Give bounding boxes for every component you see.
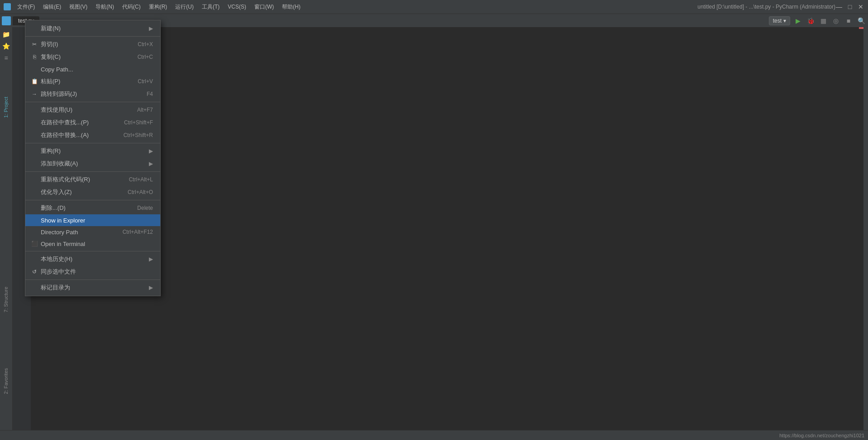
ctx-reformat-shortcut: Ctrl+Alt+L bbox=[129, 176, 153, 183]
status-url: https://blog.csdn.net/zouchengzhi1021 bbox=[779, 433, 864, 438]
ctx-optimize-label: 优化导入(Z) bbox=[41, 188, 72, 196]
ctx-sep-6 bbox=[25, 251, 160, 251]
ctx-delete-icon bbox=[31, 204, 38, 212]
ctx-find-usages-shortcut: Alt+F7 bbox=[137, 107, 153, 113]
menu-refactor[interactable]: 重构(R) bbox=[145, 2, 171, 12]
sidebar-favorites-icon[interactable]: ⭐ bbox=[1, 41, 12, 52]
ctx-new-icon bbox=[31, 25, 38, 32]
ctx-replace-path-shortcut: Ctrl+Shift+R bbox=[124, 132, 153, 138]
run-configuration[interactable]: test ▾ bbox=[769, 16, 790, 25]
ctx-paste-shortcut: Ctrl+V bbox=[138, 78, 153, 85]
ctx-dir-path-shortcut: Ctrl+Alt+F12 bbox=[123, 229, 153, 235]
ctx-open-terminal[interactable]: ⬛ Open in Terminal bbox=[25, 238, 160, 250]
ctx-cut-icon: ✂ bbox=[31, 41, 38, 48]
ctx-find-usages[interactable]: 查找使用(U) Alt+F7 bbox=[25, 104, 160, 116]
ctx-reformat-icon bbox=[31, 176, 38, 183]
ctx-find-in-path[interactable]: 在路径中查找...(P) Ctrl+Shift+F bbox=[25, 116, 160, 129]
ctx-sep-1 bbox=[25, 36, 160, 37]
ctx-history-icon bbox=[31, 255, 38, 263]
ctx-reformat-label: 重新格式化代码(R) bbox=[41, 175, 90, 184]
menu-bar: 文件(F) 编辑(E) 视图(V) 导航(N) 代码(C) 重构(R) 运行(U… bbox=[14, 2, 697, 12]
sidebar-label-structure[interactable]: 7: Structure bbox=[3, 287, 9, 312]
ctx-show-in-explorer[interactable]: Show in Explorer bbox=[25, 214, 160, 226]
ctx-replace-path-icon bbox=[31, 132, 38, 139]
ctx-add-favorites[interactable]: 添加到收藏(A) ▶ bbox=[25, 157, 160, 170]
stop-button[interactable]: ■ bbox=[844, 16, 854, 26]
context-menu: 新建(N) ▶ ✂ 剪切(I) Ctrl+X ⎘ 复制(C) Ctrl+C Co… bbox=[25, 20, 161, 296]
ctx-find-path-label: 在路径中查找...(P) bbox=[41, 118, 89, 127]
menu-help[interactable]: 帮助(H) bbox=[278, 2, 304, 12]
ctx-replace-in-path[interactable]: 在路径中替换...(A) Ctrl+Shift+R bbox=[25, 129, 160, 142]
scrollbar[interactable] bbox=[863, 27, 868, 440]
ctx-mark-icon bbox=[31, 284, 38, 291]
sidebar-label-project[interactable]: 1: Project bbox=[3, 97, 9, 118]
ctx-explorer-label: Show in Explorer bbox=[41, 217, 85, 224]
sidebar-label-favorites[interactable]: 2: Favorites bbox=[3, 368, 9, 394]
window-controls: — □ ✕ bbox=[835, 3, 864, 10]
ctx-refactor[interactable]: 重构(R) ▶ bbox=[25, 145, 160, 157]
ctx-jump-source[interactable]: → 跳转到源码(J) F4 bbox=[25, 88, 160, 100]
ctx-favorites-label: 添加到收藏(A) bbox=[41, 160, 78, 168]
coverage-button[interactable]: ▦ bbox=[818, 16, 828, 26]
ctx-mark-label: 标记目录为 bbox=[41, 284, 70, 292]
ctx-history-label: 本地历史(H) bbox=[41, 255, 72, 263]
ctx-directory-path[interactable]: Directory Path Ctrl+Alt+F12 bbox=[25, 226, 160, 238]
ctx-jump-label: 跳转到源码(J) bbox=[41, 90, 77, 98]
ctx-paste[interactable]: 📋 粘贴(P) Ctrl+V bbox=[25, 75, 160, 88]
ctx-terminal-icon: ⬛ bbox=[31, 240, 38, 247]
ctx-mark-dir[interactable]: 标记目录为 ▶ bbox=[25, 281, 160, 294]
ctx-new-arrow: ▶ bbox=[149, 25, 153, 32]
title-bar: 文件(F) 编辑(E) 视图(V) 导航(N) 代码(C) 重构(R) 运行(U… bbox=[0, 0, 868, 14]
ctx-find-path-icon bbox=[31, 119, 38, 126]
ctx-local-history[interactable]: 本地历史(H) ▶ bbox=[25, 253, 160, 265]
ctx-find-usages-icon bbox=[31, 106, 38, 114]
menu-run[interactable]: 运行(U) bbox=[172, 2, 197, 12]
menu-navigate[interactable]: 导航(N) bbox=[92, 2, 118, 12]
menu-tools[interactable]: 工具(T) bbox=[198, 2, 223, 12]
debug-button[interactable]: 🐞 bbox=[806, 16, 816, 26]
profile-button[interactable]: ◎ bbox=[831, 16, 841, 26]
ctx-copy-path[interactable]: Copy Path... bbox=[25, 63, 160, 75]
run-button[interactable]: ▶ bbox=[793, 16, 803, 26]
ctx-delete[interactable]: 删除...(D) Delete bbox=[25, 202, 160, 214]
ctx-new[interactable]: 新建(N) ▶ bbox=[25, 22, 160, 35]
app-icon bbox=[4, 3, 11, 10]
ctx-optimize-shortcut: Ctrl+Alt+O bbox=[128, 189, 153, 195]
ctx-jump-icon: → bbox=[31, 90, 38, 98]
maximize-button[interactable]: □ bbox=[846, 3, 854, 10]
minimize-button[interactable]: — bbox=[835, 3, 843, 10]
ctx-refactor-label: 重构(R) bbox=[41, 147, 61, 155]
menu-code[interactable]: 代码(C) bbox=[119, 2, 144, 12]
close-button[interactable]: ✕ bbox=[857, 3, 864, 10]
ctx-sep-2 bbox=[25, 102, 160, 102]
menu-edit[interactable]: 编辑(E) bbox=[39, 2, 65, 12]
ctx-sep-5 bbox=[25, 200, 160, 200]
search-button[interactable]: 🔍 bbox=[856, 16, 866, 26]
ctx-sep-3 bbox=[25, 143, 160, 143]
ctx-dir-path-label: Directory Path bbox=[41, 229, 78, 236]
ctx-reformat[interactable]: 重新格式化代码(R) Ctrl+Alt+L bbox=[25, 173, 160, 186]
ctx-explorer-icon bbox=[31, 217, 38, 224]
ctx-sync-label: 同步选中文件 bbox=[41, 268, 76, 276]
menu-window[interactable]: 窗口(W) bbox=[251, 2, 277, 12]
ctx-cut[interactable]: ✂ 剪切(I) Ctrl+X bbox=[25, 38, 160, 51]
ctx-copy-label: 复制(C) bbox=[41, 53, 61, 61]
ctx-copy[interactable]: ⎘ 复制(C) Ctrl+C bbox=[25, 51, 160, 63]
ctx-cut-shortcut: Ctrl+X bbox=[138, 41, 153, 47]
sidebar-project-icon[interactable]: 📁 bbox=[1, 29, 12, 40]
menu-file[interactable]: 文件(F) bbox=[14, 2, 38, 12]
ctx-optimize-imports[interactable]: 优化导入(Z) Ctrl+Alt+O bbox=[25, 186, 160, 199]
ctx-copy-path-icon bbox=[31, 66, 38, 73]
ctx-paste-icon: 📋 bbox=[31, 78, 38, 85]
ctx-replace-path-label: 在路径中替换...(A) bbox=[41, 131, 89, 139]
ctx-delete-label: 删除...(D) bbox=[41, 204, 66, 212]
window-title: untitled [D:\untitled] - ...\test.py - P… bbox=[697, 4, 835, 10]
ctx-copy-icon: ⎘ bbox=[31, 53, 38, 61]
ctx-sep-4 bbox=[25, 171, 160, 172]
ctx-sync[interactable]: ↺ 同步选中文件 bbox=[25, 265, 160, 278]
menu-vcs[interactable]: VCS(S) bbox=[224, 2, 250, 11]
sidebar-structure-icon[interactable]: ≡ bbox=[1, 52, 12, 63]
ctx-find-usages-label: 查找使用(U) bbox=[41, 106, 72, 114]
menu-view[interactable]: 视图(V) bbox=[66, 2, 91, 12]
run-controls: test ▾ ▶ 🐞 ▦ ◎ ■ 🔍 bbox=[769, 16, 866, 26]
